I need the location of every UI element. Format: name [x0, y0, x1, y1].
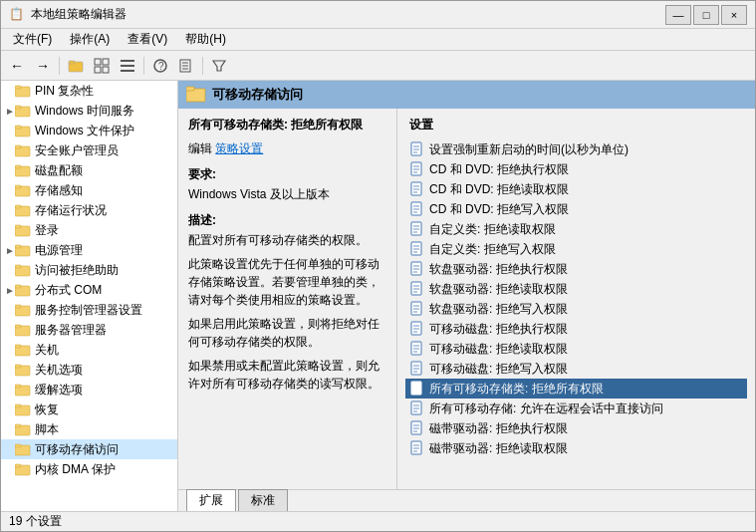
back-button[interactable]: ← — [5, 55, 29, 77]
settings-item-label: 可移动磁盘: 拒绝写入权限 — [429, 361, 568, 378]
settings-item[interactable]: CD 和 DVD: 拒绝读取权限 — [405, 179, 747, 199]
sidebar-item-diskquota[interactable]: 磁盘配额 — [1, 160, 177, 180]
menu-view[interactable]: 查看(V) — [120, 29, 175, 50]
desc-label: 描述: — [188, 211, 386, 229]
settings-item[interactable]: 可移动磁盘: 拒绝读取权限 — [405, 339, 747, 359]
expand-placeholder-14 — [5, 365, 15, 376]
sidebar-item-scm[interactable]: 服务控制管理器设置 — [1, 300, 177, 320]
settings-item[interactable]: 所有可移动存储类: 拒绝所有权限 — [405, 379, 747, 399]
forward-button[interactable]: → — [31, 55, 55, 77]
expand-arrow-dcom[interactable]: ► — [5, 285, 15, 296]
svg-rect-51 — [15, 424, 21, 427]
expand-placeholder-9 — [5, 265, 15, 276]
settings-item[interactable]: 磁带驱动器: 拒绝执行权限 — [405, 418, 747, 438]
expand-placeholder-17 — [5, 424, 15, 435]
tab-expand[interactable]: 扩展 — [186, 489, 236, 511]
sidebar-item-winfile[interactable]: Windows 文件保护 — [1, 121, 177, 140]
doc-svg — [410, 381, 424, 397]
sidebar-label-recovery: 恢复 — [35, 401, 59, 418]
settings-item[interactable]: 软盘驱动器: 拒绝执行权限 — [405, 259, 747, 279]
menu-action[interactable]: 操作(A) — [62, 29, 118, 50]
folder-svg-dc — [15, 283, 31, 297]
doc-icon — [409, 341, 425, 357]
up-button[interactable] — [64, 55, 88, 77]
toolbar: ← → — [1, 51, 755, 81]
minimize-button[interactable]: — — [665, 5, 691, 25]
sidebar-item-power[interactable]: ► 电源管理 — [1, 240, 177, 260]
doc-icon — [409, 221, 425, 237]
sidebar-item-dma[interactable]: 内核 DMA 保护 — [1, 459, 177, 479]
desc-text4: 如果禁用或未配置此策略设置，则允许对所有可移动存储类的读写权限。 — [188, 357, 386, 393]
sidebar-label-pin: PIN 复杂性 — [35, 83, 94, 100]
sidebar-item-wintime[interactable]: ► Windows 时间服务 — [1, 101, 177, 121]
desc-text1: 配置对所有可移动存储类的权限。 — [188, 231, 386, 249]
doc-icon — [409, 241, 425, 257]
folder-icon-shutdownopts — [15, 362, 31, 378]
folder-svg-wintime — [15, 104, 31, 118]
expand-placeholder — [5, 86, 15, 97]
svg-rect-66 — [411, 182, 421, 195]
sidebar-item-shutdownopts[interactable]: 关机选项 — [1, 360, 177, 380]
export-btn[interactable] — [174, 55, 198, 77]
svg-rect-39 — [15, 305, 21, 308]
settings-item[interactable]: CD 和 DVD: 拒绝执行权限 — [405, 159, 747, 179]
settings-item[interactable]: 软盘驱动器: 拒绝写入权限 — [405, 299, 747, 319]
sidebar-item-storage[interactable]: 存储感知 — [1, 180, 177, 200]
doc-icon — [409, 361, 425, 377]
expand-arrow-power[interactable]: ► — [5, 245, 15, 256]
folder-icon-dma — [15, 461, 31, 477]
sidebar-item-login[interactable]: 登录 — [1, 220, 177, 240]
doc-icon — [409, 181, 425, 197]
sidebar-item-shutdown[interactable]: 关机 — [1, 340, 177, 360]
settings-item[interactable]: 所有可移动存储: 允许在远程会话中直接访问 — [405, 399, 747, 418]
sidebar-item-recovery[interactable]: 恢复 — [1, 399, 177, 419]
sidebar-item-removable[interactable]: 可移动存储访问 — [1, 439, 177, 459]
filter-btn[interactable] — [207, 55, 231, 77]
settings-item[interactable]: 自定义类: 拒绝写入权限 — [405, 239, 747, 259]
svg-rect-58 — [411, 142, 421, 155]
doc-icon — [409, 161, 425, 177]
content-header-title: 可移动存储访问 — [212, 86, 303, 104]
tab-standard[interactable]: 标准 — [238, 489, 288, 511]
settings-item[interactable]: 可移动磁盘: 拒绝写入权限 — [405, 359, 747, 379]
sidebar-label-winfile: Windows 文件保护 — [35, 123, 134, 139]
settings-item[interactable]: 设置强制重新启动的时间(以秒为单位) — [405, 139, 747, 159]
doc-icon — [409, 301, 425, 317]
settings-item[interactable]: 自定义类: 拒绝读取权限 — [405, 219, 747, 239]
content-body: 所有可移动存储类: 拒绝所有权限 编辑 策略设置 要求: Windows Vis… — [178, 109, 755, 489]
settings-item-label: 自定义类: 拒绝读取权限 — [429, 221, 556, 238]
settings-item[interactable]: 软盘驱动器: 拒绝读取权限 — [405, 279, 747, 299]
sidebar-item-scripts[interactable]: 脚本 — [1, 419, 177, 439]
list-btn[interactable] — [116, 55, 139, 77]
svg-rect-17 — [15, 86, 21, 89]
maximize-button[interactable]: □ — [693, 5, 719, 25]
tab-bar: 扩展 标准 — [178, 489, 755, 511]
menu-file[interactable]: 文件(F) — [5, 29, 60, 50]
svg-marker-15 — [213, 61, 225, 71]
sidebar-item-dcom[interactable]: ► 分布式 COM — [1, 280, 177, 300]
policy-edit-link[interactable]: 策略设置 — [215, 141, 263, 155]
svg-rect-35 — [15, 265, 21, 268]
folder-icon-shutdown — [15, 342, 31, 358]
sidebar-item-storagehealth[interactable]: 存储运行状况 — [1, 200, 177, 220]
sidebar-label-security: 安全账户管理员 — [35, 142, 119, 159]
req-label: 要求: — [188, 165, 386, 183]
settings-item[interactable]: CD 和 DVD: 拒绝写入权限 — [405, 199, 747, 219]
sidebar-item-accessdenied[interactable]: 访问被拒绝助助 — [1, 260, 177, 280]
sidebar-item-pin[interactable]: PIN 复杂性 — [1, 81, 177, 101]
folder-svg-sdo — [15, 363, 31, 377]
settings-item[interactable]: 磁带驱动器: 拒绝读取权限 — [405, 438, 747, 458]
sidebar-item-mitigation[interactable]: 缓解选项 — [1, 380, 177, 399]
svg-rect-114 — [411, 421, 421, 434]
close-button[interactable]: × — [721, 5, 747, 25]
sidebar-label-dcom: 分布式 COM — [35, 282, 102, 299]
svg-rect-90 — [411, 302, 421, 315]
help-btn[interactable]: ? — [148, 55, 172, 77]
menu-help[interactable]: 帮助(H) — [177, 29, 234, 50]
sidebar-item-security[interactable]: 安全账户管理员 — [1, 140, 177, 160]
settings-item[interactable]: 可移动磁盘: 拒绝执行权限 — [405, 319, 747, 339]
view-btn[interactable] — [90, 55, 114, 77]
sidebar-item-servermgr[interactable]: 服务器管理器 — [1, 320, 177, 340]
expand-placeholder-4 — [5, 165, 15, 176]
expand-arrow-wintime[interactable]: ► — [5, 106, 15, 117]
